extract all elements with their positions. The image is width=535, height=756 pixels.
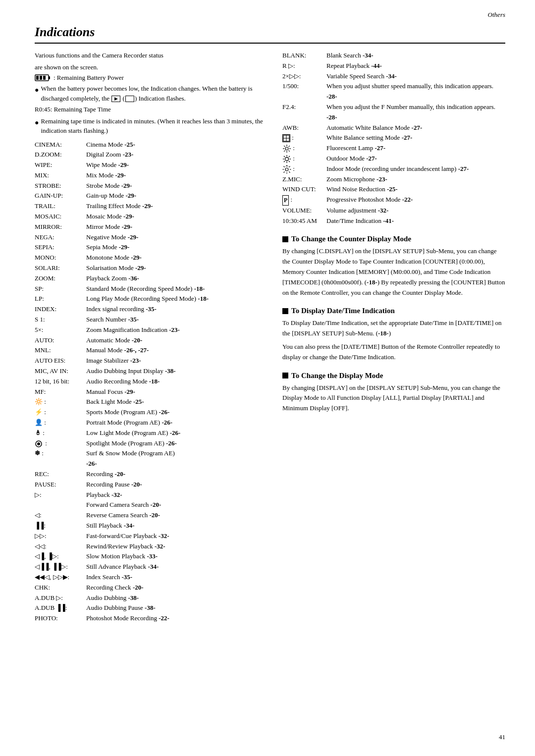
ind-label: MF:: [35, 387, 84, 397]
right-label: :: [282, 154, 324, 164]
table-row: S 1: Search Number -35-: [35, 315, 268, 325]
table-row: ▷▷: Fast-forward/Cue Playback -32-: [35, 531, 268, 541]
ind-value: Mosaic Mode -29-: [86, 212, 268, 222]
datetime-body-2: You can also press the [DATE/TIME] Butto…: [282, 342, 505, 363]
ind-label: ◁▐▐, ▐▐▷:: [35, 562, 84, 572]
table-row: : Fluorescent Lamp -27-: [282, 143, 505, 154]
ind-value: Audio Dubbing Pause -38-: [86, 603, 268, 613]
ind-label: ⚡ :: [35, 407, 84, 418]
right-value: Blank Search -34-: [326, 51, 505, 61]
right-label: AWB:: [282, 123, 324, 133]
ind-value: Portrait Mode (Program AE) -26-: [86, 418, 268, 428]
display-mode-heading: To Change the Display Mode: [282, 372, 505, 380]
counter-display-body: By changing [C.DISPLAY] on the [DISPLAY …: [282, 246, 505, 298]
right-value: Volume adjustment -32-: [326, 206, 505, 216]
svg-rect-2: [36, 76, 39, 80]
bullet-dot-2: ●: [35, 117, 39, 128]
table-row: MIC, AV IN: Audio Dubbing Input Display …: [35, 366, 268, 377]
ind-label: WIPE:: [35, 160, 84, 170]
display-mode-body: By changing [DISPLAY] on the [DISPLAY SE…: [282, 383, 505, 414]
table-row: ▐▐: Still Playback -34-: [35, 521, 268, 531]
page-number: 41: [499, 733, 505, 741]
right-label: Z.MIC:: [282, 174, 324, 185]
right-label: R ▷:: [282, 61, 324, 71]
table-row: ⚡ : Sports Mode (Program AE) -26-: [35, 407, 268, 418]
ind-value: Reverse Camera Search -20-: [86, 510, 268, 521]
ind-label: MIX:: [35, 170, 84, 181]
ind-label: GAIN-UP:: [35, 191, 84, 201]
prog-icon: P: [282, 195, 289, 206]
intro-line1: Various functions and the Camera Recorde…: [35, 51, 268, 60]
right-label: :: [282, 133, 324, 143]
table-row: ❄ : Surf & Snow Mode (Program AE): [35, 448, 268, 459]
ind-value: Gain-up Mode -29-: [86, 191, 268, 201]
table-row: CINEMA: Cinema Mode -25-: [35, 140, 268, 150]
table-row: INDEX: Index signal recording -35-: [35, 304, 268, 315]
svg-rect-4: [43, 76, 46, 80]
right-label: F2.4:: [282, 102, 324, 112]
table-row: ZOOM: Playback Zoom -36-: [35, 273, 268, 284]
svg-line-15: [284, 146, 285, 147]
right-label: VOLUME:: [282, 206, 324, 216]
battery-line: : Remaining Battery Power: [35, 74, 268, 82]
right-value: Wind Noise Reduction -25-: [326, 184, 505, 195]
ind-label: LP:: [35, 294, 84, 304]
right-value: When you adjust shutter speed manually, …: [326, 81, 505, 102]
table-row: CHK: Recording Check -20-: [35, 583, 268, 593]
table-row: : White Balance setting Mode -27-: [282, 133, 505, 143]
right-label: WIND CUT:: [282, 184, 324, 195]
svg-point-10: [285, 147, 288, 150]
table-row: ▷: Playback -32-: [35, 490, 268, 500]
table-row: MF: Manual Focus -29-: [35, 387, 268, 397]
bullet-item-2: ● Remaining tape time is indicated in mi…: [35, 116, 268, 136]
table-row: MONO: Monotone Mode -29-: [35, 253, 268, 263]
right-value: Repeat Playback -44-: [326, 61, 505, 71]
ind-value: Digital Zoom -23-: [86, 150, 268, 160]
ind-label: TRAIL:: [35, 201, 84, 212]
table-row: 2×▷▷: Variable Speed Search -34-: [282, 71, 505, 82]
section-bullet-icon-2: [282, 308, 288, 314]
table-row: 10:30:45 AM Date/Time Indication -41-: [282, 216, 505, 226]
svg-point-19: [285, 157, 289, 161]
ind-value: Spotlight Mode (Program AE) -26-: [86, 438, 268, 449]
right-label: 2×▷▷:: [282, 71, 324, 82]
right-label: 1/500:: [282, 81, 324, 92]
table-row: SEPIA: Sepia Mode -29-: [35, 242, 268, 253]
ind-value: Index signal recording -35-: [86, 304, 268, 315]
ind-label: CINEMA:: [35, 140, 84, 150]
svg-line-36: [284, 171, 285, 172]
ind-value: Cinema Mode -25-: [86, 140, 268, 150]
table-row: PHOTO: Photoshot Mode Recording -22-: [35, 613, 268, 624]
svg-line-26: [289, 156, 290, 157]
table-row: F2.4: When you adjust the F Number manua…: [282, 102, 505, 123]
section-bullet-icon-3: [282, 373, 288, 378]
table-row: LP: Long Play Mode (Recording Speed Mode…: [35, 294, 268, 304]
ind-value: Mix Mode -29-: [86, 170, 268, 181]
ind-value: Recording Check -20-: [86, 583, 268, 593]
ind-value: Surf & Snow Mode (Program AE): [86, 448, 268, 459]
datetime-body-1: To Display Date/Time Indication, set the…: [282, 318, 505, 339]
outdoor-icon: [282, 155, 293, 162]
title-divider: [35, 43, 505, 44]
counter-display-label: To Change the Counter Display Mode: [291, 235, 411, 243]
svg-line-24: [284, 156, 285, 157]
right-value: Outdoor Mode -27-: [326, 154, 505, 164]
ind-value: Rewind/Review Playback -32-: [86, 541, 268, 552]
table-row: MIRROR: Mirror Mode -29-: [35, 222, 268, 232]
right-value: White Balance setting Mode -27-: [326, 133, 505, 143]
ind-value: Automatic Mode -20-: [86, 335, 268, 346]
svg-line-17: [289, 146, 290, 147]
ind-value: Playback -32-: [86, 490, 268, 500]
ind-value: Negative Mode -29-: [86, 232, 268, 243]
svg-point-6: [37, 442, 40, 445]
ind-value: Recording Pause -20-: [86, 480, 268, 490]
table-row: Z.MIC: Zoom Microphone -23-: [282, 174, 505, 185]
intro-line2: are shown on the screen.: [35, 62, 268, 72]
ind-label: ▷▷:: [35, 531, 84, 541]
ind-label: S 1:: [35, 315, 84, 325]
svg-point-28: [285, 168, 288, 171]
ind-label: MNL:: [35, 345, 84, 356]
table-row: STROBE: Strobe Mode -29-: [35, 181, 268, 191]
ind-label: A.DUB ▷:: [35, 593, 84, 603]
table-row: ◁◁: Rewind/Review Playback -32-: [35, 541, 268, 552]
